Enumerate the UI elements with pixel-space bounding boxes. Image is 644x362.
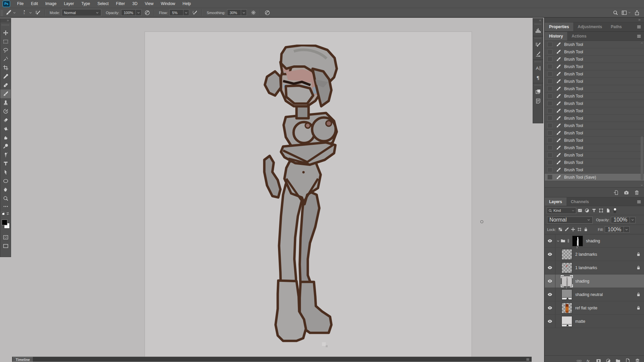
history-step[interactable]: Brush Tool: [545, 122, 644, 129]
history-step[interactable]: Brush Tool: [545, 70, 644, 78]
opacity-input[interactable]: 100%: [121, 9, 142, 16]
new-layer-icon[interactable]: [625, 358, 630, 362]
layer-thumbnail[interactable]: [561, 249, 572, 260]
history-step[interactable]: Brush Tool: [545, 85, 644, 93]
toggle-brush-settings-button[interactable]: [34, 9, 42, 16]
type-tool[interactable]: [0, 159, 11, 168]
screen-mode-button[interactable]: [0, 242, 11, 250]
options-bar-grip[interactable]: [1, 10, 3, 16]
layer-visibility-toggle[interactable]: [545, 315, 555, 328]
history-source-checkbox[interactable]: [547, 57, 552, 62]
menu-item[interactable]: Help: [179, 0, 195, 8]
history-source-checkbox[interactable]: [547, 94, 552, 99]
new-snapshot-icon[interactable]: [624, 190, 629, 195]
history-source-checkbox[interactable]: [547, 116, 552, 121]
layer-name[interactable]: 2 landmarks: [575, 252, 597, 257]
blend-mode-select[interactable]: Normal: [62, 9, 101, 16]
ellipse-tool[interactable]: [0, 177, 11, 185]
default-colors-button[interactable]: [1, 212, 5, 215]
history-step[interactable]: Brush Tool: [545, 166, 644, 174]
timeline-tab[interactable]: Timeline: [13, 357, 33, 362]
history-source-checkbox[interactable]: [547, 42, 552, 47]
layer-blend-mode-select[interactable]: Normal: [547, 217, 593, 224]
layer-row[interactable]: shading: [545, 275, 644, 288]
layer-opacity-input[interactable]: 100%: [611, 217, 636, 223]
layer-visibility-toggle[interactable]: [545, 261, 555, 274]
layer-name[interactable]: shading: [586, 239, 600, 243]
chevron-down-icon[interactable]: [556, 239, 560, 243]
paragraph-panel-button[interactable]: [533, 73, 543, 82]
menu-item[interactable]: Filter: [112, 0, 129, 8]
tool-preset-picker[interactable]: [6, 10, 16, 15]
layer-thumbnail[interactable]: [572, 236, 583, 246]
panel-tab[interactable]: Paths: [606, 22, 626, 31]
history-step[interactable]: Brush Tool: [545, 63, 644, 70]
airbrush-toggle-button[interactable]: [191, 9, 199, 16]
hand-tool[interactable]: [0, 185, 11, 194]
new-adjustment-layer-icon[interactable]: [606, 358, 611, 362]
history-step[interactable]: Brush Tool: [545, 144, 644, 152]
new-group-icon[interactable]: [615, 358, 621, 362]
menu-item[interactable]: Type: [77, 0, 94, 8]
tablet-pressure-size-button[interactable]: [264, 9, 271, 16]
layer-thumbnail[interactable]: [561, 303, 572, 313]
history-source-checkbox[interactable]: [547, 160, 552, 165]
history-step[interactable]: Brush Tool: [545, 78, 644, 85]
quick-mask-mode-button[interactable]: [0, 233, 11, 242]
layer-style-fx-icon[interactable]: [586, 358, 591, 362]
scroll-up-icon[interactable]: [640, 42, 643, 45]
path-selection-tool[interactable]: [0, 168, 11, 177]
lock-all-button[interactable]: [583, 226, 589, 233]
notes-panel-button[interactable]: [533, 96, 543, 106]
panel-tab[interactable]: Actions: [567, 32, 591, 41]
delete-state-icon[interactable]: [634, 190, 639, 195]
history-step[interactable]: Brush Tool: [545, 100, 644, 107]
pen-tool[interactable]: [0, 150, 11, 159]
layer-thumbnail[interactable]: [561, 316, 572, 327]
history-source-checkbox[interactable]: [547, 145, 552, 150]
layer-visibility-toggle[interactable]: [545, 275, 555, 288]
chevron-down-icon[interactable]: [241, 9, 247, 16]
share-icon[interactable]: [634, 10, 640, 15]
collapse-panels-button[interactable]: [545, 18, 644, 22]
delete-layer-icon[interactable]: [635, 358, 640, 362]
history-source-checkbox[interactable]: [547, 71, 552, 76]
brush-settings-panel-button[interactable]: [533, 40, 543, 49]
history-step[interactable]: Brush Tool: [545, 93, 644, 100]
smudge-tool[interactable]: [0, 133, 11, 142]
layer-visibility-toggle[interactable]: [545, 288, 555, 301]
swap-colors-icon[interactable]: [6, 212, 10, 216]
history-source-checkbox[interactable]: [547, 86, 552, 91]
panel-menu-icon[interactable]: [637, 24, 641, 29]
layer-row[interactable]: 2 landmarks: [545, 248, 644, 261]
new-document-from-state-icon[interactable]: [613, 190, 619, 195]
history-source-checkbox[interactable]: [547, 101, 552, 106]
filter-adjustment-layers-button[interactable]: [583, 207, 590, 214]
history-source-checkbox[interactable]: [547, 138, 552, 143]
menu-item[interactable]: View: [141, 0, 157, 8]
filter-type-layers-button[interactable]: [590, 207, 597, 214]
layer-filter-kind-select[interactable]: Kind: [547, 207, 576, 214]
edit-toolbar-button[interactable]: [0, 203, 11, 210]
smoothing-input[interactable]: 30%: [227, 9, 247, 16]
history-brush-tool[interactable]: [0, 107, 11, 116]
menu-item[interactable]: Select: [94, 0, 112, 8]
layer-row[interactable]: matte: [545, 315, 644, 328]
chevron-down-icon[interactable]: [624, 226, 630, 233]
character-panel-button[interactable]: [533, 63, 543, 73]
lasso-tool[interactable]: [0, 46, 11, 55]
panel-tab[interactable]: Properties: [545, 22, 573, 31]
history-step[interactable]: Brush Tool: [545, 137, 644, 144]
history-scroll-thumb[interactable]: [641, 136, 643, 180]
menu-item[interactable]: File: [13, 0, 27, 8]
filter-smart-objects-button[interactable]: [604, 207, 611, 214]
eraser-tool[interactable]: [0, 116, 11, 124]
history-source-checkbox[interactable]: [547, 175, 552, 180]
panel-menu-icon[interactable]: [637, 34, 641, 39]
layer-name[interactable]: shading: [575, 279, 589, 284]
search-icon[interactable]: [613, 10, 618, 15]
panel-tab[interactable]: Channels: [567, 197, 593, 206]
panel-menu-icon[interactable]: [637, 199, 641, 204]
brush-preset-picker[interactable]: 1: [21, 10, 28, 15]
filter-shape-layers-button[interactable]: [597, 207, 604, 214]
